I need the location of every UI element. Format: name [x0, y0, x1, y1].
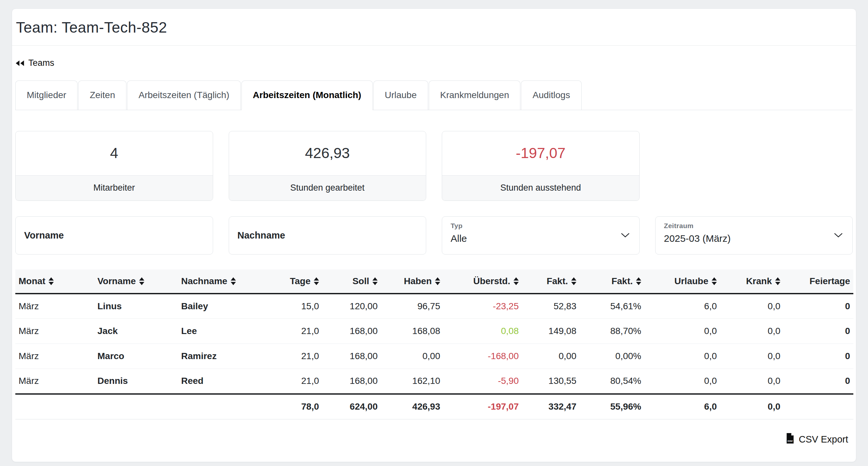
tab-auditlogs[interactable]: Auditlogs: [521, 81, 581, 110]
vorname-filter-input[interactable]: [15, 216, 213, 254]
cell-fakt-stunden: 0,00: [522, 344, 580, 369]
export-row: csv CSV Export: [15, 433, 853, 446]
cell-tage: 21,0: [261, 344, 322, 369]
back-to-teams-link[interactable]: Teams: [15, 58, 54, 68]
col-header-krank[interactable]: Krank: [720, 270, 784, 293]
stat-label-stunden-ausstehend: Stunden ausstehend: [442, 175, 639, 200]
cell-krank: 0,0: [720, 344, 784, 369]
stat-label-stunden-gearbeitet: Stunden gearbeitet: [229, 175, 426, 200]
cell-monat: März: [15, 369, 94, 394]
col-header-soll[interactable]: Soll: [322, 270, 381, 293]
cell-feiertage: 0: [784, 319, 853, 344]
sort-icon: [712, 277, 717, 285]
rewind-icon: [15, 59, 25, 67]
col-header-vorname[interactable]: Vorname: [94, 270, 178, 293]
sort-icon: [231, 277, 236, 285]
stat-card-stunden-ausstehend: -197,07 Stunden ausstehend: [442, 131, 640, 201]
cell-nachname: Bailey: [178, 293, 261, 319]
col-header-urlaube[interactable]: Urlaube: [645, 270, 720, 293]
cell-urlaube: 6,0: [645, 293, 720, 319]
cell-feiertage: 0: [784, 344, 853, 369]
tab-zeiten[interactable]: Zeiten: [78, 81, 126, 110]
cell-haben: 168,08: [381, 319, 443, 344]
totals-empty: [15, 394, 94, 420]
col-header-tage[interactable]: Tage: [261, 270, 322, 293]
table-row: März Dennis Reed 21,0 168,00 162,10 -5,9…: [15, 369, 853, 394]
totals-tage: 78,0: [261, 394, 322, 420]
sort-icon: [314, 277, 319, 285]
cell-vorname: Linus: [94, 293, 178, 319]
typ-select[interactable]: Typ Alle: [442, 216, 640, 254]
cell-urlaube: 0,0: [645, 344, 720, 369]
csv-export-label: CSV Export: [799, 434, 848, 445]
cell-soll: 168,00: [322, 369, 381, 394]
tab-urlaube[interactable]: Urlaube: [373, 81, 428, 110]
cell-urlaube: 0,0: [645, 369, 720, 394]
col-header-fakt-stunden[interactable]: Fakt.: [522, 270, 580, 293]
cell-fakt-prozent: 88,70%: [580, 319, 645, 344]
tab-bar: Mitglieder Zeiten Arbeitszeiten (Täglich…: [15, 81, 853, 110]
cell-vorname: Dennis: [94, 369, 178, 394]
tab-arbeitszeiten-monatlich[interactable]: Arbeitszeiten (Monatlich): [242, 81, 373, 110]
col-header-feiertage: Feiertage: [784, 270, 853, 293]
sort-icon: [571, 277, 577, 285]
chevron-down-icon: [834, 230, 843, 241]
cell-nachname: Lee: [178, 319, 261, 344]
cell-soll: 168,00: [322, 344, 381, 369]
sort-icon: [775, 277, 780, 285]
totals-urlaube: 6,0: [645, 394, 720, 420]
csv-export-button[interactable]: csv CSV Export: [786, 433, 848, 446]
sort-icon: [636, 277, 641, 285]
totals-ueberstd: -197,07: [443, 394, 522, 420]
cell-haben: 162,10: [381, 369, 443, 394]
col-header-monat[interactable]: Monat: [15, 270, 94, 293]
cell-fakt-prozent: 54,61%: [580, 293, 645, 319]
col-header-fakt-prozent[interactable]: Fakt.: [580, 270, 645, 293]
totals-empty: [94, 394, 178, 420]
sort-icon: [435, 277, 440, 285]
csv-file-icon: csv: [786, 433, 794, 446]
cell-fakt-prozent: 0,00%: [580, 344, 645, 369]
cell-monat: März: [15, 319, 94, 344]
card-header: Team: Team-Tech-852: [12, 9, 856, 45]
totals-empty: [178, 394, 261, 420]
cell-fakt-prozent: 80,54%: [580, 369, 645, 394]
tab-mitglieder[interactable]: Mitglieder: [15, 81, 78, 110]
cell-feiertage: 0: [784, 293, 853, 319]
cell-monat: März: [15, 293, 94, 319]
typ-select-value: Alle: [451, 233, 631, 244]
zeitraum-select-label: Zeitraum: [664, 222, 844, 230]
sort-icon: [49, 277, 54, 285]
cell-ueberstd: 0,08: [443, 319, 522, 344]
cell-tage: 21,0: [261, 319, 322, 344]
table-totals-row: 78,0 624,00 426,93 -197,07 332,47 55,96%…: [15, 394, 853, 420]
cell-tage: 21,0: [261, 369, 322, 394]
cell-feiertage: 0: [784, 369, 853, 394]
totals-haben: 426,93: [381, 394, 443, 420]
sort-icon: [139, 277, 144, 285]
chevron-down-icon: [620, 230, 630, 241]
nachname-filter-input[interactable]: [229, 216, 427, 254]
cell-krank: 0,0: [720, 293, 784, 319]
table-header-row: Monat Vorname Nachname Tage Soll Haben Ü…: [15, 270, 853, 293]
tab-arbeitszeiten-taeglich[interactable]: Arbeitszeiten (Täglich): [127, 81, 241, 110]
stat-card-mitarbeiter: 4 Mitarbeiter: [15, 131, 213, 201]
zeitraum-select[interactable]: Zeitraum 2025-03 (März): [655, 216, 853, 254]
sort-icon: [514, 277, 519, 285]
totals-fakt-stunden: 332,47: [522, 394, 580, 420]
team-detail-card: Team: Team-Tech-852 Teams Mitglieder Zei…: [12, 8, 856, 462]
cell-vorname: Jack: [94, 319, 178, 344]
cell-soll: 168,00: [322, 319, 381, 344]
cell-urlaube: 0,0: [645, 319, 720, 344]
cell-fakt-stunden: 52,83: [522, 293, 580, 319]
monthly-hours-table: Monat Vorname Nachname Tage Soll Haben Ü…: [15, 270, 853, 420]
totals-feiertage: [784, 394, 853, 420]
col-header-nachname[interactable]: Nachname: [178, 270, 261, 293]
tab-krankmeldungen[interactable]: Krankmeldungen: [429, 81, 521, 110]
svg-text:csv: csv: [787, 439, 793, 442]
col-header-haben[interactable]: Haben: [381, 270, 443, 293]
col-header-ueberstd[interactable]: Überstd.: [443, 270, 522, 293]
stats-row: 4 Mitarbeiter 426,93 Stunden gearbeitet …: [15, 131, 853, 201]
table-row: März Marco Ramirez 21,0 168,00 0,00 -168…: [15, 344, 853, 369]
card-content: Teams Mitglieder Zeiten Arbeitszeiten (T…: [12, 45, 856, 446]
